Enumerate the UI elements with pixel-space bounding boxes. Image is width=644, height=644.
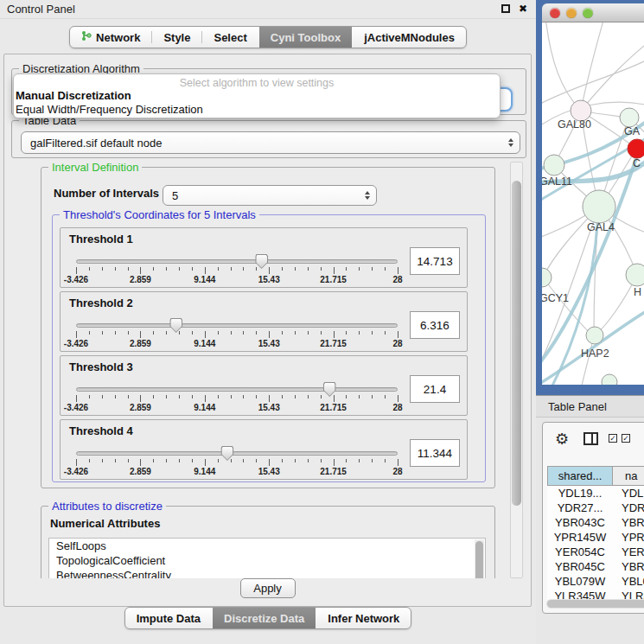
tick-mark xyxy=(140,395,141,402)
network-node-ga[interactable] xyxy=(620,108,639,127)
table-row[interactable]: YBR043CYBR0 xyxy=(547,515,644,530)
threshold-row: -3.4262.8599.14415.4321.715286.316 xyxy=(67,313,460,350)
window-buttons: ✖ xyxy=(501,3,527,14)
apply-button[interactable]: Apply xyxy=(240,578,296,598)
slider-track[interactable] xyxy=(76,387,398,392)
number-of-intervals-combobox[interactable]: 5 xyxy=(163,185,377,206)
tick-mark xyxy=(346,267,347,271)
tab-discretize-data[interactable]: Discretize Data xyxy=(213,608,316,628)
network-edge xyxy=(581,41,644,111)
slider-track[interactable] xyxy=(76,323,398,328)
tick-mark xyxy=(218,459,219,462)
tab-impute-data[interactable]: Impute Data xyxy=(125,608,212,628)
table-row[interactable]: YER054CYER0 xyxy=(547,545,644,559)
algorithm-option-manual-discretization[interactable]: Manual Discretization xyxy=(14,89,500,103)
tick-mark xyxy=(166,459,167,462)
tick-mark xyxy=(398,459,399,466)
tick-label: 28 xyxy=(392,339,402,348)
attribute-item-topologicalcoefficient[interactable]: TopologicalCoefficient xyxy=(49,553,485,568)
gear-icon[interactable]: ⚙ xyxy=(555,430,569,448)
tick-mark xyxy=(256,331,257,335)
columns-icon[interactable] xyxy=(583,432,598,445)
slider-ticks xyxy=(76,395,398,402)
threshold-value-field[interactable]: 11.344 xyxy=(410,439,460,467)
table-rows: YDL19...YDL1YDR27...YDR2YBR043CYBR0YPR14… xyxy=(547,486,644,600)
threshold-value-field[interactable]: 6.316 xyxy=(410,311,460,339)
table-row[interactable]: YDR27...YDR2 xyxy=(547,501,644,515)
threshold-value-field[interactable]: 21.4 xyxy=(410,375,460,403)
tick-mark xyxy=(231,331,232,335)
network-node-c[interactable] xyxy=(628,139,644,158)
close-light[interactable] xyxy=(550,8,560,18)
tab-jactivemnodules[interactable]: jActiveMNodules xyxy=(353,27,466,48)
spinner-arrows-icon[interactable] xyxy=(508,138,513,147)
table-row[interactable]: YBL079WYBL0 xyxy=(547,574,644,589)
tick-label: 28 xyxy=(392,403,402,412)
tab-select[interactable]: Select xyxy=(202,27,258,48)
scrollbar-thumb[interactable] xyxy=(475,541,483,578)
traffic-lights xyxy=(550,8,593,18)
network-window-titlebar[interactable] xyxy=(542,3,644,22)
tick-mark xyxy=(269,395,270,402)
scrollbar-thumb[interactable] xyxy=(512,181,521,506)
network-node-hap2[interactable] xyxy=(586,327,603,344)
algorithm-option-equal-width-frequency-discretization[interactable]: Equal Width/Frequency Discretization xyxy=(14,103,500,117)
slider-ticks xyxy=(76,331,398,338)
tab-network[interactable]: Network xyxy=(70,27,151,48)
attributes-list-scrollbar[interactable] xyxy=(475,539,484,578)
cell-name: YDR2 xyxy=(613,501,644,515)
tab-style[interactable]: Style xyxy=(152,27,201,48)
scrollbar-thumb[interactable] xyxy=(547,600,644,608)
checkbox-icon[interactable]: ✓ xyxy=(622,434,630,443)
network-node[interactable] xyxy=(602,374,617,385)
slider: -3.4262.8599.14415.4321.71528 xyxy=(76,377,398,414)
column-header-na[interactable]: na xyxy=(612,466,644,486)
network-node-gal4[interactable] xyxy=(583,190,615,223)
cyni-mode-tabs: Impute DataDiscretize DataInfer Network xyxy=(124,607,412,629)
table-row[interactable]: YDL19...YDL1 xyxy=(547,486,644,501)
tick-mark xyxy=(243,395,244,399)
tick-mark xyxy=(334,331,335,338)
tick-mark xyxy=(295,267,296,271)
slider-track[interactable] xyxy=(76,259,398,264)
algorithm-hint: Select algorithm to view settings xyxy=(14,74,500,89)
network-canvas[interactable]: GAL80GACGAL11GAL4GCY1HHAP2 xyxy=(542,22,644,385)
tab-infer-network[interactable]: Infer Network xyxy=(316,608,411,628)
tick-mark xyxy=(115,267,116,271)
table-horizontal-scrollbar[interactable] xyxy=(546,599,644,609)
close-icon[interactable]: ✖ xyxy=(519,3,527,14)
table-row[interactable]: YBR045CYBR0 xyxy=(547,559,644,574)
table-data-combobox[interactable]: galFiltered.sif default node xyxy=(21,131,520,154)
node-table: ⚙ ✓ ✓ shared...na YDL19...YDL1YDR27...YD… xyxy=(542,422,644,614)
spinner-arrows-icon[interactable] xyxy=(365,191,370,200)
float-window-icon[interactable] xyxy=(501,4,510,13)
tick-mark xyxy=(76,267,77,274)
checkbox-icon[interactable]: ✓ xyxy=(609,434,617,443)
network-node-gcy1[interactable] xyxy=(542,268,552,287)
threshold-label: Threshold 4 xyxy=(69,424,133,437)
tick-mark xyxy=(359,331,360,335)
column-header-shared[interactable]: shared... xyxy=(547,466,613,486)
tab-cyni-toolbox[interactable]: Cyni Toolbox xyxy=(259,27,352,48)
slider: -3.4262.8599.14415.4321.71528 xyxy=(76,313,398,350)
threshold-value-field[interactable]: 14.713 xyxy=(410,247,460,275)
interval-definition-title: Interval Definition xyxy=(48,162,142,174)
network-node-gal11[interactable] xyxy=(544,155,564,175)
tick-label: -3.426 xyxy=(64,339,88,348)
minimize-light[interactable] xyxy=(566,8,577,18)
attribute-item-selfloops[interactable]: SelfLoops xyxy=(49,539,485,553)
zoom-light[interactable] xyxy=(583,8,593,18)
tick-mark xyxy=(359,267,360,271)
tick-mark xyxy=(76,459,77,466)
tab-label: Network xyxy=(96,27,140,48)
panel-vertical-scrollbar[interactable] xyxy=(510,162,523,578)
cell-shared-name: YDR27... xyxy=(547,501,613,515)
network-node-h[interactable] xyxy=(626,264,644,286)
tick-label: 15.43 xyxy=(258,467,280,476)
attribute-item-betweennesscentrality[interactable]: BetweennessCentrality xyxy=(49,568,485,578)
tick-mark xyxy=(321,459,322,462)
table-row[interactable]: YPR145WYPR1 xyxy=(547,530,644,545)
control-panel-window: Control Panel ✖ NetworkStyleSelectCyni T… xyxy=(0,0,536,644)
slider-track[interactable] xyxy=(76,451,398,456)
tick-mark xyxy=(346,459,347,462)
